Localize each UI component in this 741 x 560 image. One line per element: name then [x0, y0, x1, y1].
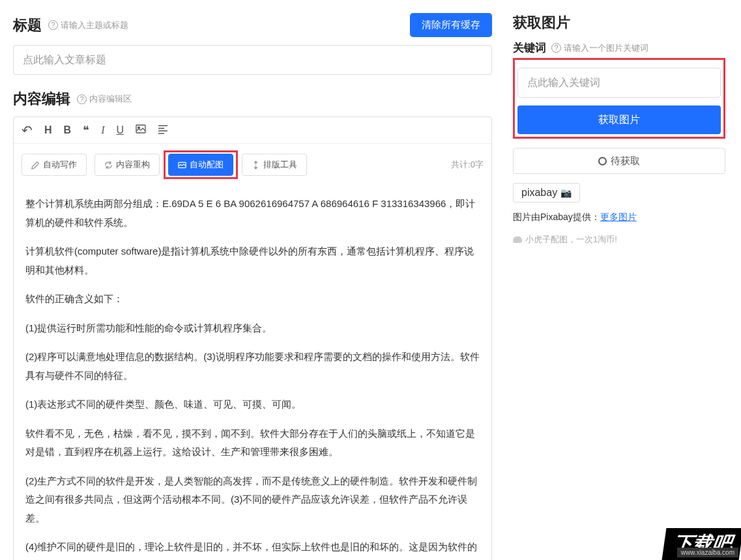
content-p: 软件看不见，无色，枯燥，看不见，摸不到，闻不到。软件大部分存在于人们的头脑或纸上… — [25, 425, 480, 462]
get-image-title: 获取图片 — [513, 13, 570, 33]
image-credit: 图片由Pixabay提供：更多图片 — [513, 212, 725, 223]
title-section-header: 标题 ?请输入主题或标题 清除所有缓存 — [13, 13, 492, 37]
pixabay-badge: pixabay 📷 — [513, 183, 580, 203]
circle-icon — [598, 157, 607, 165]
keyword-header: 关键词 ?请输入一个图片关键词 — [513, 40, 725, 55]
image-icon[interactable] — [136, 124, 146, 137]
edit-label: 内容编辑 — [13, 89, 70, 109]
layout-tool-button[interactable]: 排版工具 — [242, 154, 307, 176]
underline-button[interactable]: U — [116, 124, 124, 136]
clear-cache-button[interactable]: 清除所有缓存 — [410, 13, 492, 37]
footnote: 小虎子配图，一次1淘币! — [513, 234, 725, 245]
title-label: 标题 — [13, 16, 42, 35]
svg-point-1 — [138, 127, 140, 129]
cloud-icon — [513, 236, 522, 243]
bold-button[interactable]: B — [64, 124, 72, 136]
watermark-url: www.xiazaiba.com — [677, 548, 738, 557]
action-row: 自动写作 内容重构 自动配图 排版工具 共计:0字 — [14, 144, 491, 186]
keyword-label: 关键词 — [513, 40, 546, 55]
edit-hint: ?内容编辑区 — [77, 93, 132, 105]
get-image-header: 获取图片 — [513, 13, 725, 33]
camera-icon: 📷 — [560, 188, 572, 198]
content-p: (1)提供运行时所需功能和性能的命令或计算机程序集合。 — [25, 319, 480, 338]
align-left-icon[interactable] — [158, 124, 168, 137]
more-images-link[interactable]: 更多图片 — [600, 212, 637, 222]
article-title-input[interactable] — [13, 45, 492, 75]
edit-section-header: 内容编辑 ?内容编辑区 — [13, 89, 492, 109]
highlight-auto-image: 自动配图 — [164, 150, 238, 179]
pending-button[interactable]: 待获取 — [513, 148, 725, 174]
italic-button[interactable]: I — [101, 124, 104, 136]
auto-image-button[interactable]: 自动配图 — [168, 154, 233, 176]
content-p: (2)生产方式不同的软件是开发，是人类智能的高发挥，而不是传统意义上的硬件制造。… — [25, 472, 480, 528]
content-p: 软件的正确含义如下： — [25, 290, 480, 309]
undo-icon[interactable]: ↶ — [22, 122, 33, 138]
heading-button[interactable]: H — [44, 124, 52, 136]
content-p: 整个计算机系统由两部分组成：E.69DA 5 E 6 BA 9062616964… — [25, 195, 480, 232]
keyword-hint: ?请输入一个图片关键词 — [551, 42, 648, 54]
content-p: 计算机软件(computer software)是指计算机系统中除硬件以外的所有… — [25, 242, 480, 279]
formatting-toolbar: ↶ H B ❝ I U — [14, 117, 491, 144]
word-count: 共计:0字 — [451, 159, 484, 171]
rebuild-button[interactable]: 内容重构 — [94, 154, 160, 176]
keyword-input[interactable] — [517, 68, 721, 98]
quote-button[interactable]: ❝ — [83, 123, 89, 137]
content-p: (4)维护不同的硬件是旧的，理论上软件是旧的，并不坏，但实际上软件也是旧的和坏的… — [25, 538, 480, 560]
auto-write-button[interactable]: 自动写作 — [22, 154, 87, 176]
content-p: (1)表达形式不同的硬件类型、颜色、味道、可见、可摸、可闻。 — [25, 395, 480, 414]
title-hint: ?请输入主题或标题 — [48, 20, 128, 31]
content-p: (2)程序可以满意地处理信息的数据结构。(3)说明程序功能要求和程序需要的文档的… — [25, 348, 480, 385]
highlight-keyword-area: 获取图片 — [513, 58, 725, 139]
content-area[interactable]: 整个计算机系统由两部分组成：E.69DA 5 E 6 BA 9062616964… — [14, 186, 491, 560]
get-image-button[interactable]: 获取图片 — [517, 105, 721, 134]
editor-box: ↶ H B ❝ I U 自动写作 内 — [13, 117, 492, 560]
